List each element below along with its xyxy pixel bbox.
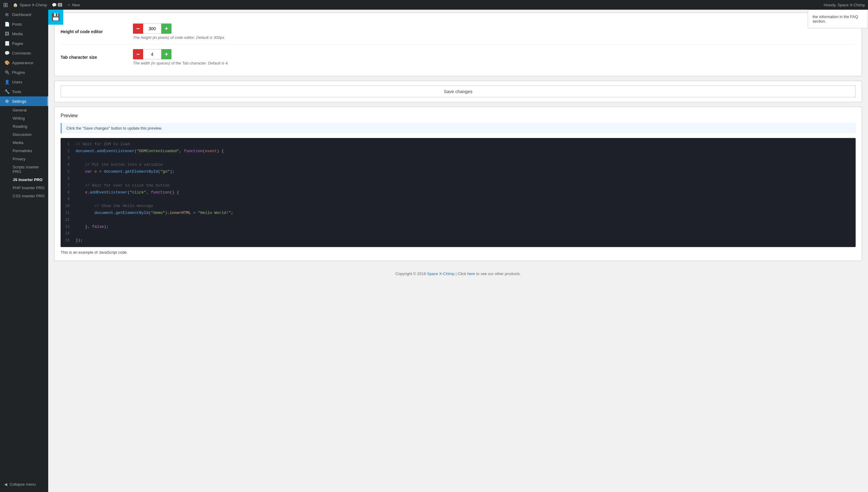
- settings-submenu: General Writing Reading Discussion Media…: [0, 106, 48, 200]
- new-label: New: [72, 3, 80, 7]
- collapse-menu-button[interactable]: ◀ Collapse menu: [0, 479, 48, 489]
- line-num: 14: [61, 231, 70, 237]
- tab-description: The width (in spaces) of the Tab charact…: [133, 61, 229, 65]
- height-setting-row: Height of code editor − + The height (in…: [61, 19, 855, 44]
- tab-setting-row: Tab character size − + The width (in spa…: [61, 44, 855, 70]
- sidebar-item-pages[interactable]: 📃 Pages: [0, 39, 48, 48]
- code-line-11: 11 document.getElementById("demo").inner…: [61, 210, 855, 217]
- line-num: 4: [61, 162, 70, 168]
- line-num: 1: [61, 142, 70, 147]
- height-decrement-button[interactable]: −: [133, 24, 143, 34]
- line-num: 8: [61, 190, 70, 196]
- sidebar-item-label: Tools: [12, 90, 21, 94]
- floppy-icon: 💾: [51, 13, 60, 21]
- footer-copyright: Copyright © 2018: [395, 271, 426, 276]
- code-line-5: 5 var e = document.getElementById("go");: [61, 168, 855, 175]
- code-content: [76, 155, 78, 162]
- height-control: − + The height (in pixels) of code edito…: [133, 24, 225, 40]
- code-line-13: 13 }, false);: [61, 224, 855, 230]
- sidebar-item-comments[interactable]: 💬 Comments: [0, 48, 48, 58]
- submenu-general[interactable]: General: [0, 106, 48, 114]
- tab-decrement-button[interactable]: −: [133, 49, 143, 59]
- line-num: 15: [61, 238, 70, 243]
- tab-increment-button[interactable]: +: [161, 49, 171, 59]
- comments-link[interactable]: 💬 0: [52, 3, 62, 7]
- right-info-panel: the information in the FAQ section.: [808, 10, 868, 28]
- footer-end: to see our other products.: [476, 271, 521, 276]
- footer-here-link[interactable]: here: [467, 271, 475, 276]
- sidebar-item-appearance[interactable]: 🎨 Appearance: [0, 58, 48, 68]
- comments-nav-icon: 💬: [4, 51, 10, 55]
- sidebar-item-users[interactable]: 👤 Users: [0, 77, 48, 87]
- wp-logo[interactable]: ⊞: [3, 1, 8, 8]
- sidebar-item-posts[interactable]: 📄 Posts: [0, 19, 48, 29]
- code-content: document.addEventListener("DOMContentLoa…: [76, 148, 224, 154]
- save-changes-button[interactable]: Save changes: [61, 85, 855, 97]
- appearance-icon: 🎨: [4, 60, 10, 65]
- comment-icon: 💬: [52, 3, 57, 7]
- line-num: 11: [61, 210, 70, 216]
- sidebar-item-label: Plugins: [12, 70, 25, 75]
- code-content: });: [76, 238, 82, 244]
- height-input[interactable]: [143, 24, 161, 34]
- sidebar-item-media[interactable]: 🖼 Media: [0, 29, 48, 39]
- editor-settings-panel: Height of code editor − + The height (in…: [54, 13, 862, 76]
- submenu-permalinks[interactable]: Permalinks: [0, 147, 48, 155]
- sidebar-item-dashboard[interactable]: ⊞ Dashboard: [0, 10, 48, 19]
- preview-section: Preview Click the "Save changes" button …: [54, 107, 862, 261]
- pages-icon: 📃: [4, 41, 10, 46]
- code-line-7: 7 // Wait for user to click the button: [61, 182, 855, 189]
- sidebar-item-label: Users: [12, 80, 22, 84]
- code-line-10: 10 // Show the Hello message: [61, 203, 855, 210]
- footer-site-link[interactable]: Space X-Chimp: [427, 271, 455, 276]
- submenu-media[interactable]: Media: [0, 139, 48, 147]
- preview-caption: This is an example of JavaScript code.: [61, 250, 855, 254]
- tab-input[interactable]: [143, 49, 161, 59]
- sidebar: ⊞ Dashboard 📄 Posts 🖼 Media 📃 Pages 💬 Co…: [0, 10, 48, 492]
- code-content: // Wait for user to click the button: [76, 182, 170, 189]
- code-line-2: 2 document.addEventListener("DOMContentL…: [61, 148, 855, 155]
- sidebar-item-settings[interactable]: ⚙ Settings: [0, 96, 48, 106]
- height-description: The height (in pixels) of code editor. D…: [133, 35, 225, 40]
- sidebar-item-tools[interactable]: 🔧 Tools: [0, 87, 48, 96]
- line-num: 13: [61, 224, 70, 230]
- home-icon: 🏠: [13, 3, 18, 7]
- plus-icon: ＋: [67, 2, 71, 7]
- submenu-privacy[interactable]: Privacy: [0, 155, 48, 163]
- sidebar-item-label: Media: [12, 32, 23, 36]
- submenu-discussion[interactable]: Discussion: [0, 130, 48, 139]
- height-number-control: − +: [133, 24, 225, 34]
- code-line-15: 15 });: [61, 237, 855, 244]
- collapse-icon: ◀: [4, 482, 7, 487]
- submenu-js-inserter-pro[interactable]: JS Inserter PRO: [0, 176, 48, 184]
- submenu-php-inserter-pro[interactable]: PHP Inserter PRO: [0, 184, 48, 192]
- code-editor: 1 // Wait for DOM to load 2 document.add…: [61, 138, 855, 247]
- code-line-8: 8 e.addEventListener("click", function()…: [61, 189, 855, 196]
- code-line-9: 9: [61, 196, 855, 203]
- line-num: 2: [61, 149, 70, 154]
- settings-save-icon-bar: 💾: [48, 10, 63, 25]
- sidebar-item-label: Settings: [12, 99, 26, 104]
- sidebar-item-plugins[interactable]: 🔌 Plugins: [0, 68, 48, 77]
- code-content: e.addEventListener("click", function() {: [76, 190, 179, 196]
- site-link[interactable]: 🏠 Space X-Chimp: [13, 3, 47, 7]
- height-label: Height of code editor: [61, 29, 127, 34]
- submenu-writing[interactable]: Writing: [0, 114, 48, 122]
- line-num: 5: [61, 169, 70, 175]
- collapse-label: Collapse menu: [10, 482, 36, 487]
- tools-icon: 🔧: [4, 89, 10, 94]
- footer: Copyright © 2018 Space X-Chimp | Click h…: [54, 266, 862, 282]
- code-line-14: 14: [61, 230, 855, 237]
- wp-logo-icon: ⊞: [3, 1, 8, 8]
- submenu-scripts-inserter-pro[interactable]: Scripts Inserter PRO: [0, 163, 48, 176]
- submenu-css-inserter-pro[interactable]: CSS Inserter PRO: [0, 192, 48, 200]
- code-line-3: 3: [61, 155, 855, 162]
- media-icon: 🖼: [4, 31, 10, 36]
- users-icon: 👤: [4, 79, 10, 84]
- sidebar-item-label: Dashboard: [12, 13, 31, 17]
- new-link[interactable]: ＋ New: [67, 2, 80, 7]
- submenu-reading[interactable]: Reading: [0, 122, 48, 130]
- height-increment-button[interactable]: +: [161, 24, 171, 34]
- tab-control: − + The width (in spaces) of the Tab cha…: [133, 49, 229, 65]
- settings-icon: ⚙: [4, 99, 10, 104]
